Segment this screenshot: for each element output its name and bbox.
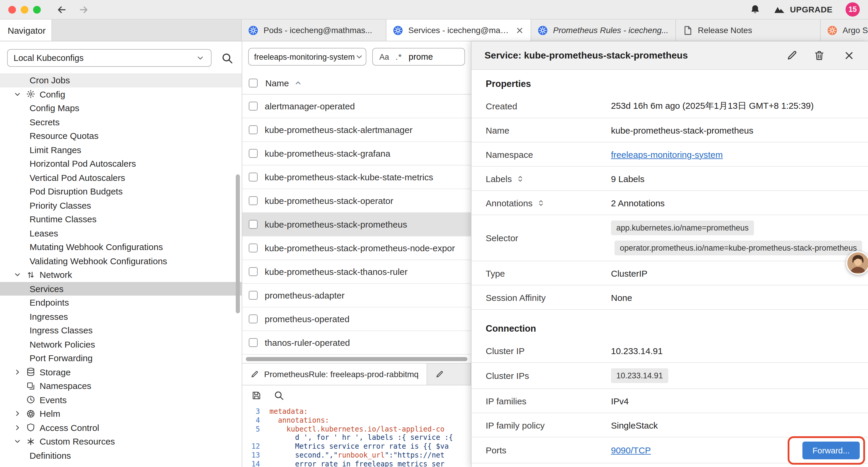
select-all-checkbox[interactable]	[249, 79, 258, 87]
sidebar-item-secrets[interactable]: Secrets	[0, 115, 242, 129]
row-checkbox[interactable]	[249, 196, 258, 205]
close-drawer-icon[interactable]	[843, 49, 855, 61]
row-checkbox[interactable]	[249, 267, 258, 276]
sidebar-item-network[interactable]: Network	[0, 268, 242, 282]
table-row-prometheus-adapter[interactable]: prometheus-adapter	[242, 284, 471, 308]
notifications-bell-icon[interactable]	[750, 4, 761, 15]
save-icon[interactable]	[251, 390, 262, 401]
port-link[interactable]: 9090/TCP	[611, 445, 651, 455]
sidebar-item-network-policies[interactable]: Network Policies	[0, 337, 242, 351]
service-name: kube-prometheus-stack-kube-state-metrics	[265, 172, 433, 182]
tab-services-icecheng-math[interactable]: Services - icecheng@math...	[386, 20, 531, 41]
sidebar-item-priority-classes[interactable]: Priority Classes	[0, 198, 242, 212]
row-checkbox[interactable]	[249, 243, 258, 253]
table-row-kube-prometheus-stack-prometheus[interactable]: kube-prometheus-stack-prometheus	[242, 213, 471, 236]
table-row-kube-prometheus-stack-operator[interactable]: kube-prometheus-stack-operator	[242, 189, 471, 213]
sidebar-item-ingresses[interactable]: Ingresses	[0, 310, 242, 323]
table-row-kube-prometheus-stack-thanos-ruler[interactable]: kube-prometheus-stack-thanos-ruler	[242, 260, 471, 284]
sidebar-search-icon[interactable]	[221, 52, 234, 64]
edit-icon	[436, 370, 444, 378]
sort-toggle-icon[interactable]	[536, 198, 546, 207]
search-input[interactable]: Aa .* prome	[372, 48, 465, 66]
table-row-kube-prometheus-stack-alertmanager[interactable]: kube-prometheus-stack-alertmanager	[242, 118, 471, 142]
tab-prometheus-rules-icecheng[interactable]: Prometheus Rules - icecheng...	[531, 20, 676, 41]
sidebar-item-custom-resources[interactable]: Custom Resources	[0, 435, 242, 448]
namespace-select[interactable]: freeleaps-monitoring-system	[248, 48, 366, 66]
sidebar-item-namespaces[interactable]: Namespaces	[0, 379, 242, 393]
sidebar-item-access-control[interactable]: Access Control	[0, 420, 242, 435]
sidebar-item-ingress-classes[interactable]: Ingress Classes	[0, 323, 242, 337]
sidebar-item-cron-jobs[interactable]: Cron Jobs	[0, 73, 242, 87]
sidebar-item-pod-disruption-budgets[interactable]: Pod Disruption Budgets	[0, 184, 242, 198]
table-row-kube-prometheus-stack-prometheus-node-expor[interactable]: kube-prometheus-stack-prometheus-node-ex…	[242, 236, 471, 260]
chevron-right-icon[interactable]	[13, 409, 22, 418]
sidebar-item-config-maps[interactable]: Config Maps	[0, 101, 242, 115]
sidebar-scrollbar[interactable]	[236, 174, 240, 313]
sidebar-item-events[interactable]: Events	[0, 393, 242, 407]
row-checkbox[interactable]	[249, 149, 258, 158]
row-checkbox[interactable]	[249, 315, 258, 323]
sidebar-item-definitions[interactable]: Definitions	[0, 448, 242, 462]
sidebar-item-runtime-classes[interactable]: Runtime Classes	[0, 212, 242, 226]
line-number	[242, 434, 270, 442]
tab-release-notes[interactable]: Release Notes	[676, 20, 821, 41]
sidebar-item-vertical-pod-autoscalers[interactable]: Vertical Pod Autoscalers	[0, 171, 242, 184]
zoom-window-button[interactable]	[33, 6, 41, 13]
sidebar-item-limit-ranges[interactable]: Limit Ranges	[0, 143, 242, 157]
table-row-kube-prometheus-stack-kube-state-metrics[interactable]: kube-prometheus-stack-kube-state-metrics	[242, 166, 471, 189]
table-row-thanos-ruler-operated[interactable]: thanos-ruler-operated	[242, 331, 471, 355]
horizontal-scrollbar[interactable]	[242, 355, 471, 363]
tab-close-icon[interactable]	[515, 26, 524, 35]
notification-count-badge[interactable]: 15	[845, 2, 860, 17]
sidebar-item-mutating-webhook-configurations[interactable]: Mutating Webhook Configurations	[0, 240, 242, 254]
sidebar-item-resource-quotas[interactable]: Resource Quotas	[0, 129, 242, 143]
minimize-window-button[interactable]	[21, 6, 28, 13]
namespace-link[interactable]: freeleaps-monitoring-system	[611, 149, 723, 159]
sidebar-item-helm[interactable]: Helm	[0, 407, 242, 420]
chevron-down-icon[interactable]	[13, 437, 22, 446]
chevron-down-icon[interactable]	[13, 90, 22, 99]
editor-search-icon[interactable]	[274, 390, 284, 401]
column-header-name[interactable]: Name	[265, 78, 289, 88]
tab-argo-se[interactable]: Argo Se	[821, 20, 868, 41]
editor-tab-partial[interactable]	[428, 363, 471, 385]
table-row-kube-prometheus-stack-grafana[interactable]: kube-prometheus-stack-grafana	[242, 142, 471, 166]
sidebar-item-validating-webhook-configurations[interactable]: Validating Webhook Configurations	[0, 254, 242, 268]
forward-arrow-icon[interactable]	[78, 4, 89, 15]
row-checkbox[interactable]	[249, 291, 258, 300]
scrollbar-thumb[interactable]	[246, 357, 467, 361]
table-row-alertmanager-operated[interactable]: alertmanager-operated	[242, 95, 471, 118]
chevron-down-icon[interactable]	[13, 270, 22, 279]
upgrade-button[interactable]: UPGRADE	[773, 4, 833, 16]
row-checkbox[interactable]	[249, 173, 258, 181]
sidebar-item-services[interactable]: Services	[0, 282, 242, 296]
sidebar-item-config[interactable]: Config	[0, 87, 242, 101]
kubeconfig-select[interactable]: Local Kubeconfigs	[7, 49, 212, 67]
regex-toggle[interactable]: .*	[396, 52, 402, 61]
sort-ascending-icon[interactable]	[294, 79, 303, 87]
forward-button[interactable]: Forward...	[802, 441, 860, 459]
editor-tab-prometheusrule[interactable]: PrometheusRule: freeleaps-prod-rabbitmq	[242, 363, 428, 385]
sidebar-item-leases[interactable]: Leases	[0, 226, 242, 240]
back-arrow-icon[interactable]	[56, 4, 67, 15]
row-checkbox[interactable]	[249, 125, 258, 134]
chevron-right-icon[interactable]	[13, 368, 22, 377]
tab-pods-icecheng-mathmas[interactable]: Pods - icecheng@mathmas...	[242, 20, 386, 41]
sidebar-item-endpoints[interactable]: Endpoints	[0, 296, 242, 310]
table-row-prometheus-operated[interactable]: prometheus-operated	[242, 308, 471, 331]
sidebar-item-port-forwarding[interactable]: Port Forwarding	[0, 351, 242, 365]
editor-code[interactable]: 3metadata:4 annotations:5 kubectl.kubern…	[242, 406, 471, 467]
row-checkbox[interactable]	[249, 102, 258, 111]
row-checkbox[interactable]	[249, 338, 258, 347]
row-checkbox[interactable]	[249, 220, 258, 229]
chevron-right-icon[interactable]	[13, 423, 22, 432]
delete-resource-icon[interactable]	[814, 50, 825, 61]
custom-resources-icon	[26, 437, 35, 446]
sidebar-item-storage[interactable]: Storage	[0, 365, 242, 379]
match-case-toggle[interactable]: Aa	[379, 52, 389, 61]
edit-resource-icon[interactable]	[786, 50, 798, 61]
close-window-button[interactable]	[8, 6, 16, 13]
line-number: 5	[242, 425, 270, 434]
sidebar-item-horizontal-pod-autoscalers[interactable]: Horizontal Pod Autoscalers	[0, 157, 242, 171]
sort-toggle-icon[interactable]	[516, 174, 525, 183]
